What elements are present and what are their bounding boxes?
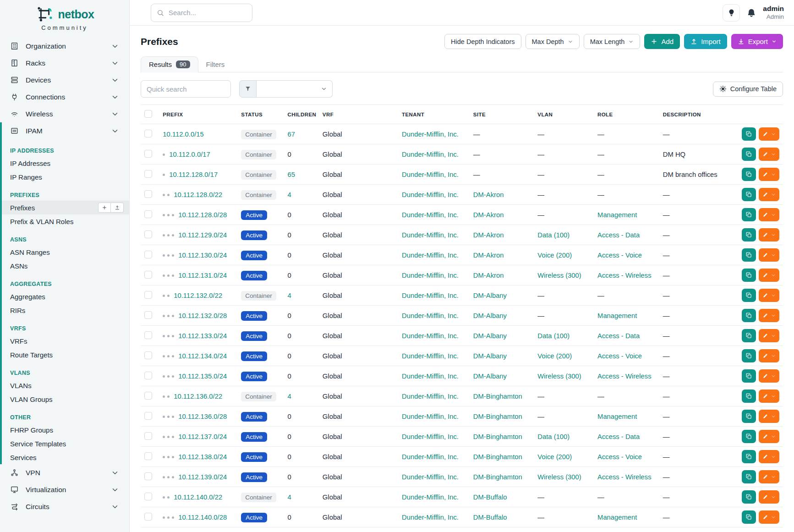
edit-dropdown-button[interactable] <box>759 148 779 161</box>
notifications-bell-icon[interactable] <box>747 8 756 17</box>
tenant-link[interactable]: Dunder-Mifflin, Inc. <box>402 272 459 279</box>
row-checkbox[interactable] <box>144 271 152 279</box>
site-link[interactable]: DM-Buffalo <box>473 494 507 501</box>
tenant-link[interactable]: Dunder-Mifflin, Inc. <box>402 171 459 178</box>
prefix-link[interactable]: 10.112.136.0/28 <box>178 413 227 420</box>
vlan-link[interactable]: Data (100) <box>537 433 569 440</box>
edit-dropdown-button[interactable] <box>759 248 779 262</box>
prefix-link[interactable]: 10.112.130.0/24 <box>178 252 227 259</box>
site-link[interactable]: DM-Akron <box>473 191 504 198</box>
clone-button[interactable] <box>742 329 756 342</box>
tenant-link[interactable]: Dunder-Mifflin, Inc. <box>402 514 459 521</box>
site-link[interactable]: DM-Akron <box>473 211 504 219</box>
tenant-link[interactable]: Dunder-Mifflin, Inc. <box>402 131 459 138</box>
edit-dropdown-button[interactable] <box>759 208 779 221</box>
max-depth-dropdown[interactable]: Max Depth <box>526 34 580 49</box>
site-link[interactable]: DM-Binghamton <box>473 473 522 481</box>
tenant-link[interactable]: Dunder-Mifflin, Inc. <box>402 473 459 481</box>
prefix-link[interactable]: 10.112.128.0/22 <box>174 191 222 198</box>
edit-dropdown-button[interactable] <box>759 450 779 463</box>
row-checkbox[interactable] <box>144 432 152 440</box>
children-count-link[interactable]: 65 <box>288 171 295 178</box>
quick-search-input[interactable] <box>141 80 231 98</box>
prefix-link[interactable]: 10.112.129.0/24 <box>178 231 227 239</box>
prefix-link[interactable]: 10.112.0.0/15 <box>163 131 203 138</box>
vlan-link[interactable]: Data (100) <box>537 231 569 239</box>
role-link[interactable]: Access - Wireless <box>597 272 652 279</box>
prefix-link[interactable]: 10.112.139.0/24 <box>178 473 227 481</box>
role-link[interactable]: Management <box>597 413 637 420</box>
sidebar-item-route-targets[interactable]: Route Targets <box>2 348 129 362</box>
prefix-link[interactable]: 10.112.138.0/24 <box>178 453 227 461</box>
netbox-logo[interactable] <box>35 5 55 23</box>
sidebar-item-devices[interactable]: Devices <box>0 71 129 88</box>
column-header-status[interactable]: STATUS <box>237 105 284 124</box>
vlan-link[interactable]: Data (100) <box>537 332 569 340</box>
site-link[interactable]: DM-Akron <box>473 231 504 239</box>
edit-dropdown-button[interactable] <box>759 410 779 423</box>
edit-dropdown-button[interactable] <box>759 349 779 362</box>
clone-button[interactable] <box>742 349 756 362</box>
hide-depth-indicators-button[interactable]: Hide Depth Indicators <box>444 34 521 49</box>
clone-button[interactable] <box>742 208 756 221</box>
sidebar-item-racks[interactable]: Racks <box>0 55 129 71</box>
prefix-link[interactable]: 10.112.140.0/22 <box>174 494 222 501</box>
children-count-link[interactable]: 4 <box>288 191 291 198</box>
role-link[interactable]: Access - Data <box>597 332 640 340</box>
role-link[interactable]: Management <box>597 312 637 319</box>
row-checkbox[interactable] <box>144 513 152 521</box>
children-count-link[interactable]: 67 <box>288 131 295 138</box>
global-search[interactable] <box>151 4 252 22</box>
sidebar-item-connections[interactable]: Connections <box>0 88 129 105</box>
sidebar-item-vrfs[interactable]: VRFs <box>2 334 129 348</box>
vlan-link[interactable]: Voice (200) <box>537 352 572 360</box>
sidebar-item-vpn[interactable]: VPN <box>0 464 129 481</box>
sidebar-item-services[interactable]: Services <box>2 450 129 464</box>
edit-dropdown-button[interactable] <box>759 329 779 342</box>
row-checkbox[interactable] <box>144 412 152 420</box>
brand-name[interactable]: netbox <box>58 8 94 21</box>
prefix-link[interactable]: 10.112.133.0/24 <box>178 332 227 340</box>
prefix-link[interactable]: 10.112.135.0/24 <box>178 373 227 380</box>
tab-filters[interactable]: Filters <box>198 57 233 72</box>
row-checkbox[interactable] <box>144 130 152 137</box>
clone-button[interactable] <box>742 248 756 262</box>
sidebar-item-wireless[interactable]: Wireless <box>0 105 129 122</box>
quick-import-button[interactable] <box>111 203 124 213</box>
column-header-vrf[interactable]: VRF <box>319 105 398 124</box>
column-header-tenant[interactable]: TENANT <box>398 105 470 124</box>
edit-dropdown-button[interactable] <box>759 389 779 403</box>
prefix-link[interactable]: 10.112.136.0/22 <box>174 393 222 400</box>
edit-dropdown-button[interactable] <box>759 430 779 443</box>
clone-button[interactable] <box>742 269 756 282</box>
row-checkbox[interactable] <box>144 372 152 379</box>
role-link[interactable]: Access - Voice <box>597 252 642 259</box>
sidebar-item-service-templates[interactable]: Service Templates <box>2 437 129 450</box>
clone-button[interactable] <box>742 510 756 524</box>
sidebar-item-ip-ranges[interactable]: IP Ranges <box>2 170 129 184</box>
role-link[interactable]: Management <box>597 211 637 219</box>
vlan-link[interactable]: Wireless (300) <box>537 473 581 481</box>
site-link[interactable]: DM-Akron <box>473 272 504 279</box>
row-checkbox[interactable] <box>144 190 152 198</box>
max-length-dropdown[interactable]: Max Length <box>584 34 641 49</box>
column-header-prefix[interactable]: PREFIX <box>159 105 237 124</box>
clone-button[interactable] <box>742 309 756 322</box>
tenant-link[interactable]: Dunder-Mifflin, Inc. <box>402 352 459 360</box>
select-all-checkbox[interactable] <box>144 110 152 118</box>
edit-dropdown-button[interactable] <box>759 369 779 383</box>
tab-results[interactable]: Results 90 <box>141 56 198 72</box>
export-dropdown-button[interactable]: Export <box>731 34 783 49</box>
row-checkbox[interactable] <box>144 452 152 460</box>
row-checkbox[interactable] <box>144 251 152 258</box>
clone-button[interactable] <box>742 168 756 181</box>
theme-toggle-button[interactable] <box>723 4 740 22</box>
clone-button[interactable] <box>742 228 756 241</box>
site-link[interactable]: DM-Binghamton <box>473 433 522 440</box>
role-link[interactable]: Access - Wireless <box>597 473 652 481</box>
prefix-link[interactable]: 10.112.128.0/17 <box>169 171 218 178</box>
row-checkbox[interactable] <box>144 493 152 500</box>
global-search-input[interactable] <box>169 9 246 16</box>
tenant-link[interactable]: Dunder-Mifflin, Inc. <box>402 332 459 340</box>
column-header-description[interactable]: DESCRIPTION <box>659 105 729 124</box>
